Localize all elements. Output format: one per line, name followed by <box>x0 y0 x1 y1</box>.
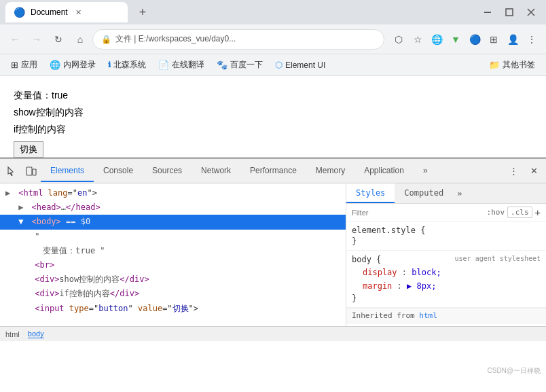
inherited-source-link[interactable]: html <box>419 311 437 320</box>
bookmark-baidu[interactable]: 🐾 百度一下 <box>211 56 268 73</box>
dom-line-input[interactable]: <input type="button" value="切换"> <box>0 302 346 316</box>
element-icon: ⬡ <box>275 60 283 70</box>
translate-icon: 📄 <box>158 60 169 70</box>
browser-ext1[interactable]: 🌐 <box>428 31 445 48</box>
expand-arrow[interactable]: ▶ <box>5 187 14 200</box>
intranet-icon: 🌐 <box>50 60 60 70</box>
styles-panel: Styles Computed » :hov .cls + element.st… <box>346 183 546 326</box>
expand-arrow[interactable]: ▶ <box>18 201 26 214</box>
dom-line-html[interactable]: ▶ <html lang="en"> <box>0 186 346 200</box>
watermark: CSDN@一日禅晓 <box>488 366 541 376</box>
svg-rect-0 <box>484 12 491 14</box>
style-selector-body: body { user agent stylesheet <box>352 255 541 264</box>
dom-line-text2[interactable]: 变量值：true " <box>0 244 346 258</box>
tab-computed[interactable]: Computed <box>395 183 453 203</box>
page-content: 变量值：true show控制的内容 if控制的内容 切换 <box>0 76 546 158</box>
user-profile-icon[interactable]: 👤 <box>504 31 522 48</box>
styles-more-tabs[interactable]: » <box>453 183 466 203</box>
tab-network[interactable]: Network <box>192 160 240 182</box>
dom-line-div1[interactable]: <div>show控制的内容</div> <box>0 272 346 287</box>
expand-arrow-body[interactable]: ▼ <box>18 215 26 228</box>
dom-line-body[interactable]: ▼ <body> == $0 <box>0 215 346 229</box>
inherited-header: Inherited from html <box>346 308 546 323</box>
browser-ext3[interactable]: 🔵 <box>466 31 484 48</box>
styles-filter-input[interactable] <box>352 209 484 217</box>
devtools-settings-icon[interactable]: ⋮ <box>504 162 523 181</box>
title-bar: 🔵 Document ✕ + <box>0 0 546 24</box>
maximize-button[interactable] <box>500 5 519 19</box>
devtools-more-options: ⋮ ✕ <box>504 162 543 181</box>
extensions-icon[interactable]: ⬡ <box>390 31 407 48</box>
bookmark-intranet-label: 内网登录 <box>63 59 96 71</box>
style-source-label: user agent stylesheet <box>455 255 541 262</box>
url-bar[interactable]: 🔒 文件 | E:/workspaces_vue/day0... <box>92 29 384 50</box>
baidu-icon: 🐾 <box>217 60 228 70</box>
forward-button[interactable]: → <box>27 30 46 49</box>
tab-memory[interactable]: Memory <box>306 160 354 182</box>
tab-styles[interactable]: Styles <box>346 183 395 203</box>
window-controls <box>478 5 541 19</box>
dom-line-text1[interactable]: " <box>0 230 346 244</box>
bookmark-element[interactable]: ⬡ Element UI <box>270 57 331 73</box>
bookmark-other[interactable]: 📁 其他书签 <box>484 56 541 73</box>
minimize-button[interactable] <box>478 5 497 19</box>
tab-close-button[interactable]: ✕ <box>73 7 84 18</box>
status-html[interactable]: html <box>5 330 20 338</box>
tab-console[interactable]: Console <box>94 160 143 182</box>
dom-line-br[interactable]: <br> <box>0 258 346 272</box>
browser-ext2[interactable]: ▼ <box>447 31 465 48</box>
cls-button[interactable]: .cls <box>507 207 532 218</box>
dom-panel: ▶ <html lang="en"> ▶ <head>…</head> ▼ <b… <box>0 183 346 326</box>
tab-more[interactable]: » <box>414 160 437 182</box>
bookmark-other-label: 其他书签 <box>503 59 535 71</box>
bookmark-intranet[interactable]: 🌐 内网登录 <box>44 56 101 73</box>
folder-icon: 📁 <box>489 60 500 70</box>
style-rule-element: element.style { } <box>346 221 546 251</box>
tab-sources[interactable]: Sources <box>143 160 192 182</box>
style-prop-display: display : block; <box>352 266 541 279</box>
toggle-button[interactable]: 切换 <box>14 141 43 158</box>
devtools-close-button[interactable]: ✕ <box>524 162 543 181</box>
back-button[interactable]: ← <box>5 30 24 49</box>
status-body[interactable]: body <box>28 329 44 338</box>
page-line2: show控制的内容 <box>14 104 532 121</box>
styles-tabs: Styles Computed » <box>346 183 546 204</box>
tab-title: Document <box>31 7 68 17</box>
style-body-close-brace: } <box>352 293 541 303</box>
bookmark-icon[interactable]: ☆ <box>409 31 426 48</box>
browser-tab[interactable]: 🔵 Document ✕ <box>5 2 128 22</box>
beisen-icon: ℹ <box>108 60 111 69</box>
select-element-button[interactable] <box>3 162 22 181</box>
browser-apps[interactable]: ⊞ <box>485 31 503 48</box>
dom-line-head[interactable]: ▶ <head>…</head> <box>0 200 346 215</box>
bookmark-beisen-label: 北森系统 <box>113 59 146 71</box>
bookmark-translate[interactable]: 📄 在线翻译 <box>153 56 210 73</box>
dom-line-div2[interactable]: <div>if控制的内容</div> <box>0 287 346 301</box>
pseudo-states-button[interactable]: :hov <box>487 208 505 217</box>
add-style-rule-button[interactable]: + <box>535 207 541 218</box>
home-button[interactable]: ⌂ <box>71 30 90 49</box>
tab-performance[interactable]: Performance <box>240 160 306 182</box>
tab-application[interactable]: Application <box>354 160 414 182</box>
apps-icon: ⊞ <box>11 60 18 70</box>
svg-rect-4 <box>26 167 32 175</box>
close-window-button[interactable] <box>522 5 541 19</box>
bookmark-beisen[interactable]: ℹ 北森系统 <box>103 56 151 73</box>
bookmark-element-label: Element UI <box>285 60 325 70</box>
svg-rect-1 <box>506 9 513 16</box>
reload-button[interactable]: ↻ <box>49 30 68 49</box>
menu-icon[interactable]: ⋮ <box>523 31 541 48</box>
inherited-label: Inherited from <box>352 311 419 320</box>
bookmark-apps[interactable]: ⊞ 应用 <box>5 56 43 73</box>
style-selector: element.style { <box>352 226 541 235</box>
device-toolbar-button[interactable] <box>22 162 41 181</box>
tab-elements[interactable]: Elements <box>41 160 94 182</box>
url-text: 文件 | E:/workspaces_vue/day0... <box>115 33 236 45</box>
style-prop-margin: margin : ▶ 8px; <box>352 279 541 293</box>
devtools-toolbar: Elements Console Sources Network Perform… <box>0 159 546 183</box>
tab-favicon: 🔵 <box>14 7 25 18</box>
devtools-body: ▶ <html lang="en"> ▶ <head>…</head> ▼ <b… <box>0 183 546 326</box>
devtools-status-bar: html body <box>0 326 546 341</box>
devtools-tabs: Elements Console Sources Network Perform… <box>41 160 504 182</box>
new-tab-button[interactable]: + <box>133 3 152 22</box>
